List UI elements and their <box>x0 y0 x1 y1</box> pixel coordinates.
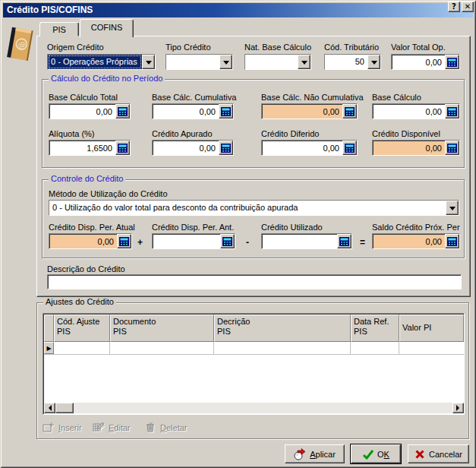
credito-disp-ant-input[interactable] <box>153 234 220 248</box>
ajustes-grid[interactable]: Cód. Ajuste PIS Documento PIS Decrição P… <box>43 313 465 415</box>
cod-tributario-value: 50 <box>325 55 367 69</box>
credito-apurado-field <box>152 140 234 156</box>
horizontal-scrollbar[interactable] <box>44 403 464 413</box>
metodo-utilizacao-label: Método de Utilização do Crédito <box>49 189 168 198</box>
aplicar-button[interactable]: Aplicar <box>285 444 345 463</box>
credito-utilizado-field <box>261 233 352 249</box>
cod-tributario-combobox[interactable]: 50 <box>324 54 381 70</box>
calculator-button[interactable] <box>219 104 233 119</box>
scrollbar-thumb[interactable] <box>55 403 74 413</box>
plus-operator: + <box>137 237 143 248</box>
table-row[interactable]: ▶ <box>44 342 464 355</box>
cod-tributario-dropdown-button[interactable] <box>367 55 380 69</box>
scroll-right-button[interactable] <box>452 403 464 413</box>
base-calculo-total-input[interactable] <box>49 104 115 119</box>
calculator-icon <box>345 144 355 153</box>
calculator-button[interactable] <box>445 141 459 155</box>
base-calc-cumulativa-label: Base Cálc. Cumulativa <box>152 93 236 102</box>
calculator-icon <box>118 144 128 153</box>
calculator-button[interactable] <box>220 234 235 248</box>
current-row-indicator-icon: ▶ <box>44 342 54 354</box>
chevron-down-icon <box>301 61 307 68</box>
tab-pis[interactable]: PIS <box>39 22 79 36</box>
nat-base-calculo-dropdown-button[interactable] <box>298 55 311 69</box>
ok-button[interactable]: OK <box>351 444 401 463</box>
x-icon <box>415 449 425 460</box>
saldo-credito-label: Saldo Crédito Próx. Per <box>372 223 460 232</box>
base-calculo-total-label: Base Cálculo Total <box>49 93 118 102</box>
chevron-down-icon <box>223 61 229 68</box>
credito-apurado-input[interactable] <box>153 141 219 155</box>
valor-total-op-field <box>391 54 460 70</box>
credito-disp-ant-label: Crédito Disp. Per. Ant. <box>152 223 234 232</box>
calculator-button[interactable] <box>115 104 130 119</box>
calculator-button[interactable] <box>115 141 130 155</box>
insert-record-icon <box>43 422 55 434</box>
chevron-down-icon <box>146 61 152 68</box>
credito-diferido-field <box>261 140 358 156</box>
metodo-utilizacao-value: 0 - Utilização do valor total para desco… <box>49 201 446 215</box>
close-button[interactable]: ✕ <box>462 2 474 12</box>
aliquota-label: Alíquota (%) <box>49 129 95 138</box>
origem-credito-combobox[interactable]: 0 - Operações Próprias <box>47 54 156 70</box>
calculator-button[interactable] <box>117 234 131 248</box>
credito-diferido-input[interactable] <box>262 141 342 155</box>
saldo-credito-input[interactable] <box>373 234 445 248</box>
window-title: Crédito PIS/COFINS <box>7 5 93 15</box>
descricao-credito-label: Descrição do Crédito <box>47 264 125 274</box>
credito-disponivel-input[interactable] <box>373 141 445 155</box>
calculator-icon <box>222 237 232 246</box>
editar-button[interactable]: Editar <box>91 420 132 435</box>
base-calculo-input[interactable] <box>373 104 445 119</box>
calculator-button[interactable] <box>342 104 357 119</box>
tipo-credito-dropdown-button[interactable] <box>219 55 232 69</box>
calculator-button[interactable] <box>445 104 459 119</box>
titlebar[interactable]: Crédito PIS/COFINS <box>3 3 473 17</box>
grid-header-documento: Documento PIS <box>110 315 214 342</box>
credito-utilizado-input[interactable] <box>262 234 337 248</box>
base-calc-nao-cumulativa-input[interactable] <box>262 104 342 119</box>
aliquota-input[interactable] <box>49 141 115 155</box>
tab-cofins[interactable]: COFINS <box>80 19 134 37</box>
nat-base-calculo-label: Nat. Base Cálculo <box>244 43 311 52</box>
grid-header-cod-ajuste: Cód. Ajuste PIS <box>54 315 110 342</box>
base-calc-cumulativa-input[interactable] <box>153 104 219 119</box>
cancelar-button[interactable]: Cancelar <box>408 444 469 463</box>
calculator-button[interactable] <box>337 234 351 248</box>
tipo-credito-combobox[interactable] <box>165 54 233 70</box>
calculator-icon <box>447 107 457 116</box>
valor-total-op-calculator-button[interactable] <box>445 55 459 69</box>
calculator-button[interactable] <box>445 234 459 248</box>
calculator-button[interactable] <box>342 141 357 155</box>
grid-header-decricao: Decrição PIS <box>214 315 351 342</box>
metodo-utilizacao-combobox[interactable]: 0 - Utilização do valor total para desco… <box>49 200 459 216</box>
descricao-credito-input[interactable] <box>47 274 462 289</box>
base-calculo-total-field <box>49 103 131 119</box>
credito-disp-atual-input[interactable] <box>49 234 117 248</box>
calculator-button[interactable] <box>219 141 233 155</box>
saldo-credito-field <box>372 233 460 249</box>
scrollbar-track[interactable] <box>74 403 452 413</box>
scroll-left-button[interactable] <box>44 403 55 413</box>
help-icon: ? <box>452 2 456 11</box>
nat-base-calculo-combobox[interactable] <box>244 54 311 70</box>
equals-operator: = <box>360 237 365 248</box>
edit-record-icon <box>93 422 105 434</box>
origem-credito-value: 0 - Operações Próprias <box>48 55 142 69</box>
origem-credito-dropdown-button[interactable] <box>142 55 155 69</box>
origem-credito-label: Origem Crédito <box>47 43 104 52</box>
calculator-icon <box>221 144 231 153</box>
inserir-button[interactable]: Inserir <box>41 420 84 435</box>
deletar-button[interactable]: Deletar <box>143 420 188 435</box>
calculator-icon <box>345 107 355 116</box>
valor-total-op-input[interactable] <box>392 55 445 69</box>
scroll-left-icon <box>46 405 52 411</box>
address-book-icon: @ <box>5 24 36 67</box>
metodo-utilizacao-dropdown-button[interactable] <box>446 201 459 215</box>
chevron-down-icon <box>371 61 377 68</box>
base-calc-nao-cumulativa-field <box>261 103 358 119</box>
credito-apurado-label: Crédito Apurado <box>152 129 213 138</box>
credito-disp-atual-label: Crédito Disp. Per. Atual <box>49 223 135 232</box>
grid-header-selector <box>44 315 54 342</box>
help-button[interactable]: ? <box>448 2 460 12</box>
